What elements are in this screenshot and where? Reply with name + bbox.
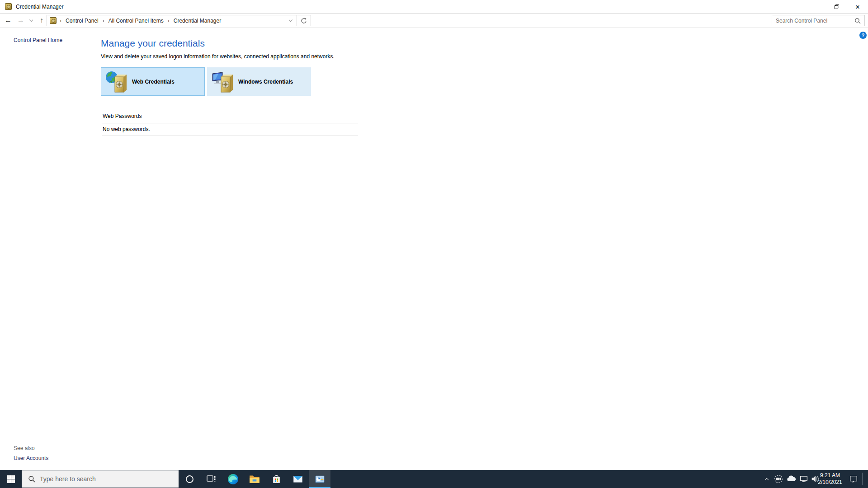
mail-icon	[292, 473, 304, 485]
breadcrumb-separator-icon: ›	[165, 18, 173, 24]
tab-label: Windows Credentials	[238, 79, 293, 85]
navigation-bar: ← → ↑ › Control Panel › All Control Pane…	[0, 14, 868, 28]
refresh-icon	[301, 18, 307, 24]
network-button[interactable]	[797, 470, 810, 488]
taskbar-search-input[interactable]	[35, 475, 179, 483]
chevron-up-icon	[765, 478, 769, 481]
web-passwords-header: Web Passwords	[103, 113, 142, 119]
minimize-button[interactable]	[806, 0, 826, 14]
network-icon	[799, 474, 809, 484]
show-desktop-button[interactable]	[862, 473, 863, 485]
see-also-label: See also	[14, 445, 35, 451]
meet-now-icon	[774, 474, 783, 484]
address-bar-controls	[285, 15, 311, 26]
tab-web-credentials[interactable]: Web Credentials	[101, 67, 205, 96]
forward-button[interactable]: →	[15, 15, 26, 26]
minimize-icon	[814, 7, 819, 7]
window-title: Credential Manager	[16, 4, 63, 10]
recent-pages-dropdown[interactable]	[27, 15, 35, 26]
taskbar-file-explorer-button[interactable]	[244, 470, 265, 488]
refresh-button[interactable]	[297, 15, 311, 26]
taskbar-task-view-button[interactable]	[200, 470, 222, 488]
sidebar-item-user-accounts[interactable]: User Accounts	[14, 455, 48, 461]
divider	[102, 123, 358, 123]
cloud-icon	[786, 474, 797, 484]
tab-windows-credentials[interactable]: Windows Credentials	[207, 67, 311, 96]
close-button[interactable]: ×	[847, 0, 868, 14]
windows-credentials-icon	[211, 70, 235, 94]
help-button[interactable]: ?	[859, 32, 867, 39]
credential-manager-icon	[50, 17, 57, 24]
control-panel-search	[772, 15, 865, 26]
clock-date: 2/10/2021	[818, 479, 842, 486]
search-icon	[28, 475, 35, 483]
action-center-button[interactable]	[846, 470, 861, 488]
address-dropdown-button[interactable]	[285, 15, 297, 26]
empty-message: No web passwords.	[103, 126, 150, 132]
credential-manager-icon	[5, 3, 12, 10]
tab-label: Web Credentials	[132, 79, 175, 85]
taskbar-microsoft-store-button[interactable]	[265, 470, 287, 488]
breadcrumb-all-control-panel-items[interactable]: All Control Panel Items	[108, 16, 165, 25]
file-explorer-icon	[249, 473, 260, 485]
taskbar-search	[22, 470, 179, 488]
breadcrumb-credential-manager[interactable]: Credential Manager	[173, 16, 222, 25]
credential-tabs: Web Credentials Windows Creden	[101, 67, 311, 96]
cortana-icon	[186, 475, 193, 483]
taskbar-credential-manager-button[interactable]	[309, 470, 330, 488]
restore-icon	[834, 4, 840, 9]
address-bar[interactable]: › Control Panel › All Control Panel Item…	[47, 15, 311, 26]
chevron-down-icon	[289, 18, 292, 22]
show-hidden-icons-button[interactable]	[761, 470, 772, 488]
restore-button[interactable]	[826, 0, 847, 14]
start-button[interactable]	[0, 470, 22, 488]
breadcrumb-separator-icon: ›	[99, 18, 108, 24]
taskbar: The Collection Book	[0, 470, 868, 488]
onedrive-button[interactable]	[785, 470, 797, 488]
search-input[interactable]	[772, 18, 854, 24]
up-button[interactable]: ↑	[36, 15, 47, 26]
taskbar-edge-button[interactable]	[222, 470, 244, 488]
taskbar-cortana-button[interactable]	[179, 470, 200, 488]
control-panel-icon	[314, 474, 326, 485]
window-controls: ×	[806, 0, 868, 14]
page-subtitle: View and delete your saved logon informa…	[101, 53, 335, 60]
clock-time: 9:21 AM	[820, 472, 840, 479]
task-view-icon	[206, 474, 217, 484]
microsoft-store-icon	[271, 474, 282, 485]
close-icon: ×	[855, 3, 860, 11]
sidebar-item-control-panel-home[interactable]: Control Panel Home	[14, 37, 62, 43]
back-button[interactable]: ←	[3, 15, 14, 26]
credential-manager-window: Credential Manager × ← → ↑ › Control Pan…	[0, 0, 868, 488]
meet-now-button[interactable]	[772, 470, 785, 488]
taskbar-mail-button[interactable]	[287, 470, 309, 488]
windows-logo-icon	[7, 475, 15, 483]
page-title: Manage your credentials	[101, 38, 205, 49]
chevron-down-icon	[29, 18, 33, 21]
action-center-icon	[849, 474, 859, 484]
help-icon: ?	[862, 33, 865, 38]
web-credentials-icon	[105, 70, 128, 94]
divider	[102, 136, 358, 136]
edge-icon	[227, 474, 239, 485]
title-bar: Credential Manager ×	[0, 0, 868, 14]
search-icon[interactable]	[854, 18, 861, 24]
breadcrumb-control-panel[interactable]: Control Panel	[65, 16, 99, 25]
taskbar-clock[interactable]: 9:21 AM 2/10/2021	[816, 470, 844, 488]
breadcrumb-separator-icon: ›	[57, 18, 65, 24]
